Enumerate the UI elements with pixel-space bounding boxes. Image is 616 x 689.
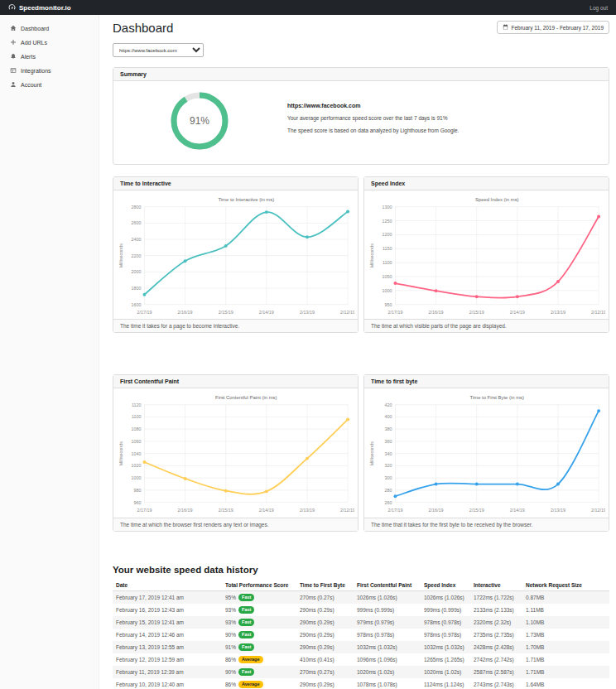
svg-text:1800: 1800 <box>131 286 141 291</box>
cell-size: 1.11MB <box>522 604 609 616</box>
svg-text:2/13/19: 2/13/19 <box>551 310 565 315</box>
cell-ttfb: 270ms (0.27s) <box>296 666 354 678</box>
sidebar-item-alerts[interactable]: Alerts <box>0 50 99 64</box>
svg-text:1300: 1300 <box>382 205 392 210</box>
sidebar-item-label: Integrations <box>21 68 51 74</box>
svg-text:2/14/19: 2/14/19 <box>259 310 274 315</box>
status-badge: Fast <box>238 594 254 601</box>
cell-date: February 14, 2019 12:46 am <box>113 629 222 641</box>
svg-text:1100: 1100 <box>132 415 142 420</box>
svg-text:Milliseconds: Milliseconds <box>369 441 374 466</box>
main-content: Dashboard February 11, 2019 - February 1… <box>99 0 616 689</box>
svg-text:380: 380 <box>384 427 392 432</box>
cell-size: 1.10MB <box>522 616 609 629</box>
score-value: 86% <box>225 681 236 687</box>
column-header: Date <box>113 580 222 591</box>
svg-text:First Contentful Paint (in ms): First Contentful Paint (in ms) <box>215 395 277 400</box>
summary-card-header: Summary <box>113 68 609 81</box>
score-value: 93% <box>225 606 236 612</box>
cell-interactive: 2428ms (2.428s) <box>470 641 522 653</box>
cell-interactive: 2320ms (2.32s) <box>470 616 522 629</box>
score-value: 90% <box>225 668 236 674</box>
chart-card-time-to-interactive: Time to Interactive 16001800200022002400… <box>113 176 359 333</box>
cell-ttfb: 290ms (0.29s) <box>296 641 354 653</box>
status-badge: Fast <box>238 606 254 614</box>
status-badge: Average <box>238 681 263 688</box>
date-range-button[interactable]: February 11, 2019 - February 17, 2019 <box>497 21 609 34</box>
table-row: February 13, 2019 12:55 am91%Fast290ms (… <box>113 641 609 653</box>
svg-text:2/14/19: 2/14/19 <box>510 310 525 315</box>
history-table: DateTotal Performance ScoreTime to First… <box>113 580 609 689</box>
chart-card-speed-index: Speed Index 9501000105011001150120012501… <box>363 176 609 333</box>
status-badge: Fast <box>238 619 254 626</box>
svg-text:1100: 1100 <box>383 260 392 265</box>
sidebar-item-label: Add URLs <box>21 40 47 46</box>
brand[interactable]: Speedmonitor.io <box>8 3 71 12</box>
cell-fcp: 978ms (0.978s) <box>354 629 421 641</box>
summary-line2: The speed score is based on data analyze… <box>287 128 459 133</box>
svg-text:360: 360 <box>384 439 392 444</box>
sidebar: DashboardAdd URLsAlertsIntegrationsAccou… <box>0 15 99 689</box>
chart-card-header: Time to first byte <box>364 375 609 388</box>
speedometer-icon <box>8 3 16 12</box>
line-chart-speed-index: 95010001050110011501200125013002/17/192/… <box>368 194 605 317</box>
cell-score: 93%Fast <box>222 604 296 616</box>
table-row: February 10, 2019 12:40 am86%Average290m… <box>113 678 609 689</box>
sidebar-item-dashboard[interactable]: Dashboard <box>0 22 99 36</box>
svg-text:1000: 1000 <box>382 288 392 293</box>
cell-fcp: 1096ms (1.096s) <box>354 653 421 666</box>
column-header: Interactive <box>470 580 522 591</box>
svg-text:Milliseconds: Milliseconds <box>118 243 123 268</box>
column-header: First Contentful Paint <box>354 580 421 591</box>
cell-fcp: 1032ms (1.032s) <box>354 641 421 653</box>
status-badge: Fast <box>238 643 254 651</box>
cell-date: February 11, 2019 12:39 am <box>113 666 222 678</box>
svg-text:2/13/19: 2/13/19 <box>300 310 315 315</box>
cell-size: 1.73MB <box>522 629 609 641</box>
chart-card-footer: The time that it takes for the first byt… <box>364 518 609 531</box>
cell-interactive: 2587ms (2.587s) <box>470 666 522 678</box>
cell-date: February 15, 2019 12:41 am <box>113 616 222 629</box>
svg-text:2/16/19: 2/16/19 <box>429 310 444 315</box>
svg-text:2/12/19: 2/12/19 <box>591 310 605 315</box>
history-section: Your website speed data history DateTota… <box>113 565 609 689</box>
table-row: February 16, 2019 12:43 am93%Fast290ms (… <box>113 604 609 616</box>
sidebar-item-add-urls[interactable]: Add URLs <box>0 36 99 50</box>
column-header: Total Performance Score <box>222 580 296 591</box>
svg-text:Milliseconds: Milliseconds <box>118 441 123 466</box>
cell-score: 91%Fast <box>222 641 296 653</box>
score-value: 93% <box>225 619 236 624</box>
brand-label: Speedmonitor.io <box>19 4 71 12</box>
cell-interactive: 1722ms (1.722s) <box>470 590 522 604</box>
url-select[interactable]: https://www.facebook.com <box>113 43 204 57</box>
cell-ttfb: 290ms (0.29s) <box>296 616 354 629</box>
bell-icon <box>10 53 17 60</box>
sidebar-item-label: Alerts <box>21 54 36 60</box>
cell-size: 1.71MB <box>522 666 609 678</box>
svg-text:Speed Index (in ms): Speed Index (in ms) <box>475 197 519 202</box>
table-row: February 12, 2019 12:59 am86%Average410m… <box>113 653 609 666</box>
svg-text:2/12/19: 2/12/19 <box>340 508 354 513</box>
svg-text:2/15/19: 2/15/19 <box>219 310 233 315</box>
svg-text:2600: 2600 <box>131 220 141 225</box>
svg-text:340: 340 <box>384 451 392 456</box>
home-icon <box>10 25 17 32</box>
chart-card-footer: The time it takes for a page to become i… <box>113 319 358 332</box>
score-value: 91% <box>225 643 236 649</box>
svg-text:420: 420 <box>384 402 392 407</box>
table-row: February 15, 2019 12:41 am93%Fast290ms (… <box>113 616 609 629</box>
status-badge: Fast <box>238 631 254 638</box>
score-label: 91% <box>170 91 229 151</box>
user-icon <box>10 81 17 89</box>
sidebar-item-integrations[interactable]: Integrations <box>0 64 99 78</box>
cell-date: February 17, 2019 12:41 am <box>113 590 222 604</box>
svg-text:2/14/19: 2/14/19 <box>510 508 525 513</box>
sidebar-item-account[interactable]: Account <box>0 78 99 92</box>
cell-fcp: 1026ms (1.026s) <box>354 590 421 604</box>
svg-text:1020: 1020 <box>131 464 141 469</box>
cell-speed-index: 978ms (0.978s) <box>421 629 470 641</box>
cell-interactive: 2133ms (2.133s) <box>470 604 522 616</box>
cell-fcp: 1020ms (1.02s) <box>354 666 421 678</box>
logout-link[interactable]: Log out <box>590 5 608 11</box>
svg-text:2/15/19: 2/15/19 <box>469 508 484 513</box>
